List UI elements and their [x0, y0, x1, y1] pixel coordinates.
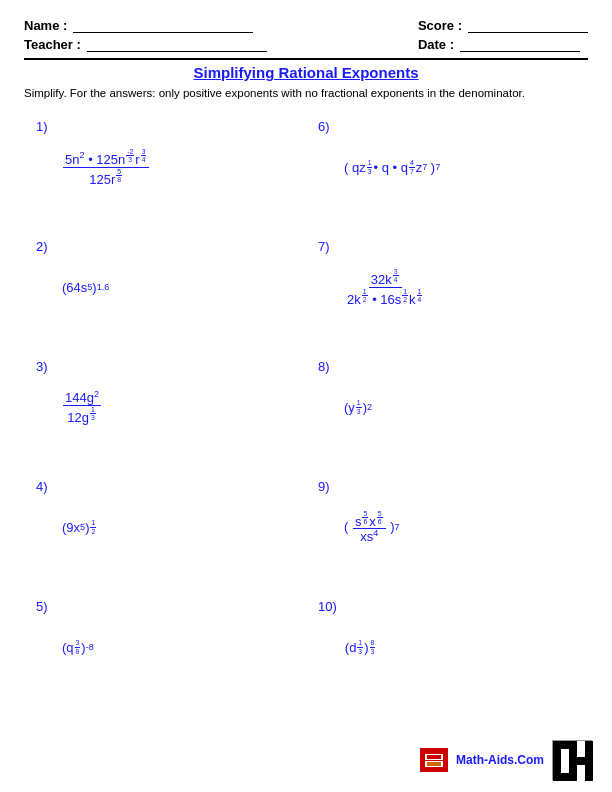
- frac-9-num: s56x56: [353, 510, 386, 530]
- frac-7-den: 2k12 • 16s12k14: [345, 288, 425, 307]
- frac-3-num: 144g2: [63, 390, 101, 406]
- problem-3-number: 3): [36, 355, 54, 374]
- frac-7-num: 32k34: [369, 268, 402, 288]
- problem-1-expr: 5n2 • 125n-23r34 125r58: [62, 148, 150, 186]
- teacher-line: [87, 38, 267, 52]
- frac-1-num: 5n2 • 125n-23r34: [63, 148, 149, 168]
- problem-8-expr: (y13)2: [344, 399, 372, 415]
- problem-4-number: 4): [36, 475, 54, 494]
- date-label: Date :: [418, 37, 454, 52]
- frac-9-den: xs4: [358, 529, 380, 544]
- problem-6: 6) ( qz13 • q • q47z7 )7: [306, 107, 588, 227]
- problem-9-number: 9): [318, 475, 336, 494]
- problem-2-number: 2): [36, 235, 54, 254]
- problem-3-expr: 144g2 12g13: [62, 390, 102, 425]
- name-label: Name :: [24, 18, 67, 33]
- header-divider: [24, 58, 588, 60]
- problem-5-number: 5): [36, 595, 54, 614]
- problem-5-expr: (q38)-8: [62, 639, 94, 655]
- name-line: [73, 19, 253, 33]
- frac-3-den: 12g13: [65, 406, 99, 425]
- problem-2-expr: (64s5)1.6: [62, 280, 109, 295]
- footer-text: Math-Aids.Com: [456, 753, 544, 767]
- problem-9: 9) ( s56x56 xs4 )7: [306, 467, 588, 587]
- problem-6-expr: ( qz13 • q • q47z7 )7: [344, 159, 440, 175]
- frac-1: 5n2 • 125n-23r34 125r58: [63, 148, 149, 186]
- header-right: Score : Date :: [418, 18, 588, 52]
- problem-10-expr: (d13)83: [345, 639, 377, 655]
- problem-9-expr: ( s56x56 xs4 )7: [344, 510, 400, 545]
- problem-8: 8) (y13)2: [306, 347, 588, 467]
- problem-8-number: 8): [318, 355, 336, 374]
- frac-9: s56x56 xs4: [353, 510, 386, 545]
- name-row: Name :: [24, 18, 267, 33]
- problem-1: 1) 5n2 • 125n-23r34 125r58: [24, 107, 306, 227]
- score-line: [468, 19, 588, 33]
- teacher-label: Teacher :: [24, 37, 81, 52]
- date-line: [460, 38, 580, 52]
- header-left: Name : Teacher :: [24, 18, 267, 52]
- problem-10: 10) (d13)83: [306, 587, 588, 707]
- problem-7-expr: 32k34 2k12 • 16s12k14: [344, 268, 426, 306]
- score-row: Score :: [418, 18, 588, 33]
- problem-2: 2) (64s5)1.6: [24, 227, 306, 347]
- problem-1-number: 1): [36, 115, 54, 134]
- frac-3: 144g2 12g13: [63, 390, 101, 425]
- qr-code: [552, 740, 592, 780]
- page-title: Simplifying Rational Exponents: [24, 64, 588, 81]
- page: Name : Teacher : Score : Date : Simplify…: [0, 0, 612, 792]
- footer: Math-Aids.Com: [420, 740, 592, 780]
- problem-3: 3) 144g2 12g13: [24, 347, 306, 467]
- problem-4-expr: (9x5)12: [62, 519, 97, 535]
- problem-5: 5) (q38)-8: [24, 587, 306, 707]
- problem-10-number: 10): [318, 595, 337, 614]
- problem-6-number: 6): [318, 115, 336, 134]
- frac-1-den: 125r58: [87, 168, 125, 187]
- problem-7: 7) 32k34 2k12 • 16s12k14: [306, 227, 588, 347]
- logo-box: [420, 748, 448, 772]
- problem-7-number: 7): [318, 235, 336, 254]
- header: Name : Teacher : Score : Date :: [24, 18, 588, 52]
- frac-7: 32k34 2k12 • 16s12k14: [345, 268, 425, 306]
- problem-4: 4) (9x5)12: [24, 467, 306, 587]
- score-label: Score :: [418, 18, 462, 33]
- instructions: Simplify. For the answers: only positive…: [24, 87, 588, 99]
- date-row: Date :: [418, 37, 588, 52]
- problems-grid: 1) 5n2 • 125n-23r34 125r58 6) ( qz13 • q…: [24, 107, 588, 707]
- teacher-row: Teacher :: [24, 37, 267, 52]
